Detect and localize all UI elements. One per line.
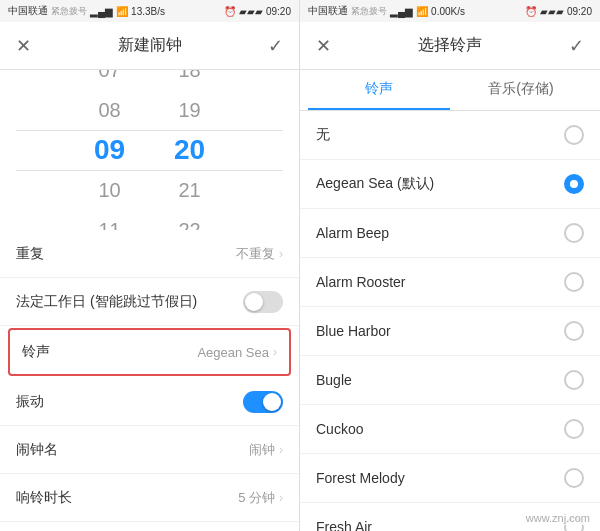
ringtone-radio-none bbox=[564, 125, 584, 145]
tab-ringtone[interactable]: 铃声 bbox=[308, 70, 450, 110]
ringtone-item-aegean[interactable]: Aegean Sea (默认) bbox=[300, 160, 600, 209]
alarm-name-label: 闹钟名 bbox=[16, 441, 58, 459]
alarm-name-setting[interactable]: 闹钟名 闹钟 › bbox=[0, 426, 299, 474]
ringtone-item-alarm-rooster[interactable]: Alarm Rooster bbox=[300, 258, 600, 307]
ringtone-item-bugle[interactable]: Bugle bbox=[300, 356, 600, 405]
right-panel: 中国联通 紧急拨号 ▂▄▆ 📶 0.00K/s ⏰ ▰▰▰ 09:20 ✕ 选择… bbox=[300, 0, 600, 531]
confirm-button-right[interactable]: ✓ bbox=[569, 35, 584, 57]
left-panel-header: ✕ 新建闹钟 ✓ bbox=[0, 22, 299, 70]
wifi-icon-right: 📶 bbox=[416, 6, 428, 17]
hour-10: 10 bbox=[70, 170, 150, 210]
ring-duration-setting[interactable]: 响铃时长 5 分钟 › bbox=[0, 474, 299, 522]
ringtone-name-aegean: Aegean Sea (默认) bbox=[316, 175, 434, 193]
settings-list: 重复 不重复 › 法定工作日 (智能跳过节假日) 铃声 Aegean bbox=[0, 230, 299, 531]
speed-right: 0.00K/s bbox=[431, 6, 465, 17]
min-21: 21 bbox=[150, 170, 230, 210]
workday-label-group: 法定工作日 (智能跳过节假日) bbox=[16, 293, 197, 311]
repeat-setting[interactable]: 重复 不重复 › bbox=[0, 230, 299, 278]
hour-11: 11 bbox=[70, 210, 150, 230]
ringtone-item-none[interactable]: 无 bbox=[300, 111, 600, 160]
vibrate-toggle[interactable] bbox=[243, 391, 283, 413]
ringtone-name-none: 无 bbox=[316, 126, 330, 144]
ringtone-list: 无 Aegean Sea (默认) Alarm Beep Alarm Roost… bbox=[300, 111, 600, 531]
ringtone-tabs: 铃声 音乐(存储) bbox=[300, 70, 600, 111]
ringtone-name-fresh-air: Fresh Air bbox=[316, 519, 372, 531]
workday-label: 法定工作日 (智能跳过节假日) bbox=[16, 293, 197, 311]
ringtone-name-blue-harbor: Blue Harbor bbox=[316, 323, 391, 339]
time-left: 09:20 bbox=[266, 6, 291, 17]
min-19: 19 bbox=[150, 90, 230, 130]
battery-icon-left: ▰▰▰ bbox=[239, 6, 263, 17]
alarm-name-value: 闹钟 › bbox=[249, 441, 283, 459]
minutes-column[interactable]: 18 19 20 21 22 bbox=[150, 70, 230, 230]
workday-toggle[interactable] bbox=[243, 291, 283, 313]
ringtone-radio-forest-melody bbox=[564, 468, 584, 488]
status-right-right: ⏰ ▰▰▰ 09:20 bbox=[525, 6, 592, 17]
time-picker-inner: 07 08 09 10 11 18 19 20 21 22 bbox=[0, 70, 299, 230]
ringtone-radio-aegean bbox=[564, 174, 584, 194]
wifi-icon-left: 📶 bbox=[116, 6, 128, 17]
time-right: 09:20 bbox=[567, 6, 592, 17]
ringtone-arrow: › bbox=[273, 345, 277, 359]
right-panel-header: ✕ 选择铃声 ✓ bbox=[300, 22, 600, 70]
signal-bars-right: ▂▄▆ bbox=[390, 6, 413, 17]
page-title-right: 选择铃声 bbox=[418, 35, 482, 56]
time-picker[interactable]: 07 08 09 10 11 18 19 20 21 22 bbox=[0, 70, 299, 230]
ringtone-item-cuckoo[interactable]: Cuckoo bbox=[300, 405, 600, 454]
repeat-value: 不重复 › bbox=[236, 245, 283, 263]
ringtone-radio-bugle bbox=[564, 370, 584, 390]
ringtone-radio-alarm-beep bbox=[564, 223, 584, 243]
ringtone-radio-blue-harbor bbox=[564, 321, 584, 341]
workday-setting[interactable]: 法定工作日 (智能跳过节假日) bbox=[0, 278, 299, 326]
ring-duration-value: 5 分钟 › bbox=[238, 489, 283, 507]
status-bar-right: 中国联通 紧急拨号 ▂▄▆ 📶 0.00K/s ⏰ ▰▰▰ 09:20 bbox=[300, 0, 600, 22]
close-button-right[interactable]: ✕ bbox=[316, 35, 331, 57]
speed-left: 13.3B/s bbox=[131, 6, 165, 17]
ringtone-value: Aegean Sea › bbox=[197, 345, 277, 360]
emergency-right: 紧急拨号 bbox=[351, 5, 387, 18]
ringtone-item-forest-melody[interactable]: Forest Melody bbox=[300, 454, 600, 503]
ringtone-name-alarm-beep: Alarm Beep bbox=[316, 225, 389, 241]
vibrate-toggle-knob bbox=[263, 393, 281, 411]
ringtone-label: 铃声 bbox=[22, 343, 50, 361]
status-left: 中国联通 紧急拨号 ▂▄▆ 📶 13.3B/s bbox=[8, 4, 165, 18]
confirm-button-left[interactable]: ✓ bbox=[268, 35, 283, 57]
min-22: 22 bbox=[150, 210, 230, 230]
repeat-arrow: › bbox=[279, 247, 283, 261]
ring-duration-label: 响铃时长 bbox=[16, 489, 72, 507]
close-button-left[interactable]: ✕ bbox=[16, 35, 31, 57]
signal-bars-left: ▂▄▆ bbox=[90, 6, 113, 17]
min-20-selected: 20 bbox=[150, 130, 230, 170]
alarm-icon-right: ⏰ bbox=[525, 6, 537, 17]
workday-toggle-knob bbox=[245, 293, 263, 311]
ringtone-item-blue-harbor[interactable]: Blue Harbor bbox=[300, 307, 600, 356]
ringtone-item-alarm-beep[interactable]: Alarm Beep bbox=[300, 209, 600, 258]
ringtone-name-forest-melody: Forest Melody bbox=[316, 470, 405, 486]
battery-icon-right: ▰▰▰ bbox=[540, 6, 564, 17]
hour-09-selected: 09 bbox=[70, 130, 150, 170]
min-18: 18 bbox=[150, 70, 230, 90]
ringtone-setting[interactable]: 铃声 Aegean Sea › bbox=[8, 328, 291, 376]
page-title-left: 新建闹钟 bbox=[118, 35, 182, 56]
tab-music[interactable]: 音乐(存储) bbox=[450, 70, 592, 110]
emergency-left: 紧急拨号 bbox=[51, 5, 87, 18]
status-bar-left: 中国联通 紧急拨号 ▂▄▆ 📶 13.3B/s ⏰ ▰▰▰ 09:20 bbox=[0, 0, 299, 22]
vibrate-label: 振动 bbox=[16, 393, 44, 411]
ringtone-radio-alarm-rooster bbox=[564, 272, 584, 292]
alarm-name-arrow: › bbox=[279, 443, 283, 457]
ringtone-radio-cuckoo bbox=[564, 419, 584, 439]
left-panel: 中国联通 紧急拨号 ▂▄▆ 📶 13.3B/s ⏰ ▰▰▰ 09:20 ✕ 新建… bbox=[0, 0, 300, 531]
ring-duration-arrow: › bbox=[279, 491, 283, 505]
snooze-interval-setting[interactable]: 再响间隔 10 分钟，3 次 › bbox=[0, 522, 299, 531]
ringtone-name-bugle: Bugle bbox=[316, 372, 352, 388]
hour-07: 07 bbox=[70, 70, 150, 90]
repeat-label: 重复 bbox=[16, 245, 44, 263]
vibrate-setting[interactable]: 振动 bbox=[0, 378, 299, 426]
alarm-icon-left: ⏰ bbox=[224, 6, 236, 17]
carrier-right: 中国联通 bbox=[308, 4, 348, 18]
hours-column[interactable]: 07 08 09 10 11 bbox=[70, 70, 150, 230]
ringtone-name-cuckoo: Cuckoo bbox=[316, 421, 363, 437]
carrier-left: 中国联通 bbox=[8, 4, 48, 18]
status-left-right: 中国联通 紧急拨号 ▂▄▆ 📶 0.00K/s bbox=[308, 4, 465, 18]
ringtone-name-alarm-rooster: Alarm Rooster bbox=[316, 274, 405, 290]
